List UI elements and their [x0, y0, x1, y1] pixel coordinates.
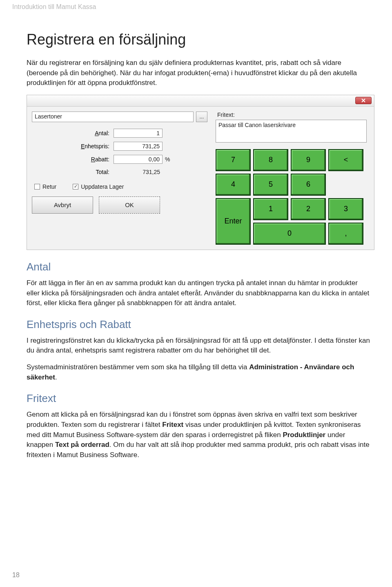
product-dialog: Lasertoner ... Antal: 1 Enhetspris: 731,…: [27, 95, 374, 250]
fritext-heading: Fritext: [27, 392, 372, 405]
key-4[interactable]: 4: [216, 174, 251, 196]
key-backspace[interactable]: <: [328, 149, 363, 171]
enhetspris-input[interactable]: 731,25: [114, 142, 163, 151]
rabatt-input[interactable]: 0,00: [114, 155, 163, 164]
browse-button[interactable]: ...: [196, 112, 207, 122]
rabatt-label: Rabatt:: [32, 156, 114, 163]
percent-label: %: [165, 156, 170, 163]
key-5[interactable]: 5: [253, 174, 288, 196]
key-enter[interactable]: Enter: [216, 198, 251, 245]
uppdatera-label: Uppdatera Lager: [81, 183, 124, 190]
key-7[interactable]: 7: [216, 149, 251, 171]
close-icon[interactable]: [355, 97, 372, 104]
product-name-input[interactable]: Lasertoner: [32, 112, 194, 122]
fritext-paragraph: Genom att klicka på en försäljningsrad k…: [27, 410, 372, 460]
keypad: 7 8 9 < 4 5 6 1 2 3 Enter 0 ,: [216, 149, 367, 245]
enhetspris-label: Enhetspris:: [32, 143, 114, 150]
fritext-input[interactable]: Passar till Canon laserskrivare: [216, 120, 367, 143]
page-header: Introduktion till Mamut Kassa: [0, 0, 392, 11]
key-comma[interactable]: ,: [328, 223, 363, 245]
enhetspris-p1: I registreringsfönstret kan du klicka/tr…: [27, 336, 372, 356]
key-2[interactable]: 2: [291, 198, 326, 220]
total-label: Total:: [32, 169, 114, 175]
antal-label: Antal:: [32, 130, 114, 136]
cancel-button[interactable]: Avbryt: [32, 196, 93, 214]
key-8[interactable]: 8: [253, 149, 288, 171]
key-9[interactable]: 9: [291, 149, 326, 171]
page-title: Registrera en försäljning: [27, 31, 372, 48]
key-6[interactable]: 6: [291, 174, 326, 196]
key-1[interactable]: 1: [253, 198, 288, 220]
key-3[interactable]: 3: [328, 198, 363, 220]
uppdatera-checkbox[interactable]: ✓: [73, 184, 78, 190]
total-value: 731,25: [114, 168, 163, 176]
antal-paragraph: För att lägga in fler än en av samma pro…: [27, 278, 372, 308]
page-number: 18: [12, 571, 20, 579]
intro-paragraph: När du registrerar en försäljning kan du…: [27, 58, 372, 88]
antal-heading: Antal: [27, 261, 372, 273]
enhetspris-p2: Systemadministratören bestämmer vem som …: [27, 362, 372, 382]
key-0[interactable]: 0: [253, 223, 326, 245]
fritext-label: Fritext:: [217, 112, 367, 118]
antal-input[interactable]: 1: [114, 129, 163, 138]
dialog-titlebar: [27, 95, 374, 107]
enhetspris-heading: Enhetspris och Rabatt: [27, 318, 372, 331]
ok-button[interactable]: OK: [99, 196, 160, 214]
retur-checkbox[interactable]: [34, 184, 40, 190]
retur-label: Retur: [42, 183, 56, 190]
